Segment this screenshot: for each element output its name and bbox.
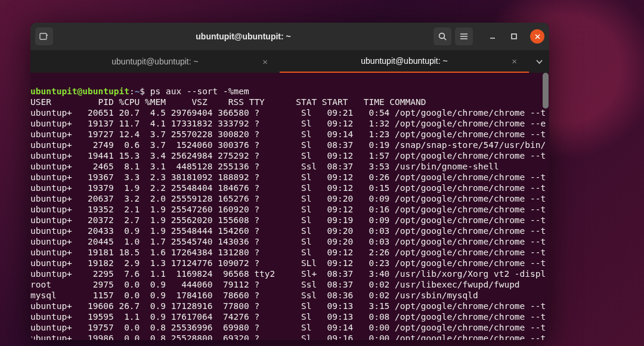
svg-rect-7: [512, 34, 516, 39]
menu-button[interactable]: [455, 27, 473, 45]
tabs-dropdown-button[interactable]: [529, 50, 549, 73]
terminal-output[interactable]: ubuntupit@ubuntupit:~$ ps aux --sort -%m…: [30, 73, 549, 340]
svg-rect-0: [40, 33, 47, 39]
minimize-button[interactable]: [484, 27, 501, 45]
prompt-host: ubuntupit: [82, 86, 129, 96]
tab-close-icon[interactable]: ×: [262, 57, 268, 67]
scrollbar[interactable]: [543, 73, 549, 340]
terminal-window: ubuntupit@ubuntupit: ~ ubuntupit@ubuntup…: [30, 23, 549, 340]
svg-line-2: [444, 38, 446, 40]
scrollbar-thumb[interactable]: [543, 73, 549, 109]
tab-strip: ubuntupit@ubuntupit: ~ × ubuntupit@ubunt…: [30, 50, 549, 73]
tab-label: ubuntupit@ubuntupit: ~: [361, 56, 447, 66]
tab-close-icon[interactable]: ×: [512, 56, 517, 66]
search-button[interactable]: [434, 27, 451, 45]
tab-1[interactable]: ubuntupit@ubuntupit: ~ ×: [30, 50, 280, 73]
tab-2[interactable]: ubuntupit@ubuntupit: ~ ×: [280, 50, 529, 73]
prompt-command: ps aux --sort -%mem: [150, 86, 249, 96]
svg-point-1: [439, 33, 445, 39]
prompt-user: ubuntupit: [30, 86, 78, 96]
new-tab-button[interactable]: [35, 27, 53, 45]
ps-output-block: USER PID %CPU %MEM VSZ RSS TTY STAT STAR…: [30, 97, 546, 340]
window-title: ubuntupit@ubuntupit: ~: [57, 32, 430, 41]
close-button[interactable]: [530, 29, 544, 44]
titlebar: ubuntupit@ubuntupit: ~: [30, 23, 549, 50]
maximize-button[interactable]: [505, 27, 523, 45]
tab-label: ubuntupit@ubuntupit: ~: [112, 57, 198, 66]
